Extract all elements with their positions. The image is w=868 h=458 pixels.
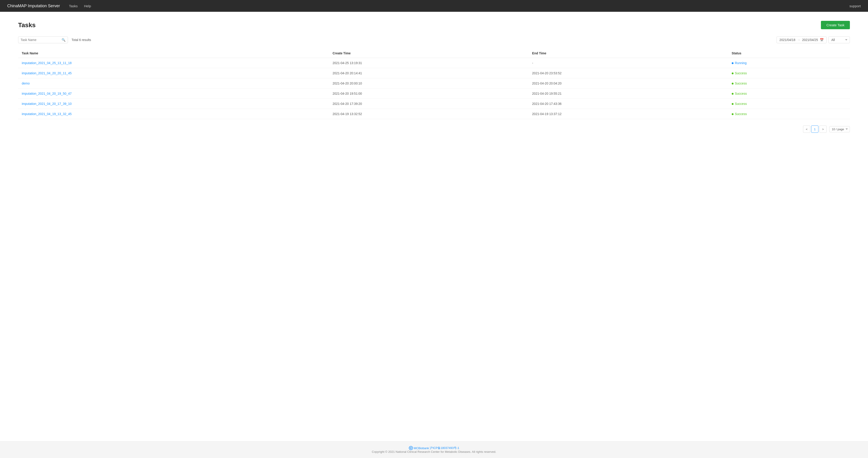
end-time-cell-3: 2021-04-20 19:55:21 xyxy=(528,89,728,99)
status-dot-3 xyxy=(732,93,734,95)
nav-help[interactable]: Help xyxy=(84,4,91,8)
search-input[interactable] xyxy=(21,38,61,42)
status-dot-5 xyxy=(732,113,734,115)
status-badge-1: Success xyxy=(732,71,747,75)
pagination-next-button[interactable]: > xyxy=(819,125,827,133)
page-size-select[interactable]: 10 / page 20 / page 50 / page xyxy=(829,126,850,132)
status-dot-2 xyxy=(732,83,734,85)
pagination-page-1-button[interactable]: 1 xyxy=(811,125,818,133)
end-time-cell-1: 2021-04-20 23:53:52 xyxy=(528,68,728,79)
main-content: Tasks Create Task 🔍 Total 6 results 2021… xyxy=(0,12,868,441)
nav-links: Tasks Help xyxy=(69,4,91,8)
status-badge-4: Success xyxy=(732,102,747,105)
tasks-table: Task Name Create Time End Time Status im… xyxy=(18,49,850,119)
status-dot-0 xyxy=(732,62,734,64)
date-arrow-icon: → xyxy=(797,38,800,42)
status-badge-5: Success xyxy=(732,112,747,116)
end-time-cell-4: 2021-04-20 17:43:36 xyxy=(528,99,728,109)
navbar: ChinaMAP Imputation Server Tasks Help su… xyxy=(0,0,868,12)
status-dot-4 xyxy=(732,103,734,105)
page-header: Tasks Create Task xyxy=(18,21,850,29)
table-row: imputation_2021_04_20_20_11_45 2021-04-2… xyxy=(18,68,850,79)
create-time-cell-0: 2021-04-25 13:19:31 xyxy=(329,58,528,68)
task-name-cell-3: imputation_2021_04_20_19_50_47 xyxy=(18,89,329,99)
task-name-cell-1: imputation_2021_04_20_20_11_45 xyxy=(18,68,329,79)
footer-icp-row: M MCBiobank 沪ICP备18037493号-1 xyxy=(4,446,864,450)
nav-support[interactable]: support xyxy=(849,4,861,8)
task-link-5[interactable]: imputation_2021_04_19_13_32_45 xyxy=(22,112,71,116)
create-task-button[interactable]: Create Task xyxy=(821,21,850,29)
create-time-cell-3: 2021-04-20 19:51:00 xyxy=(329,89,528,99)
calendar-icon: 📅 xyxy=(820,38,824,42)
status-cell-2: Success xyxy=(728,79,850,89)
col-status: Status xyxy=(728,49,850,58)
status-cell-5: Success xyxy=(728,109,850,119)
task-link-4[interactable]: imputation_2021_04_20_17_39_10 xyxy=(22,102,71,105)
total-results-label: Total 6 results xyxy=(71,38,91,42)
status-cell-0: Running xyxy=(728,58,850,68)
status-cell-3: Success xyxy=(728,89,850,99)
task-name-cell-2: demo xyxy=(18,79,329,89)
table-header-row: Task Name Create Time End Time Status xyxy=(18,49,850,58)
search-icon: 🔍 xyxy=(62,38,65,42)
table-row: imputation_2021_04_20_17_39_10 2021-04-2… xyxy=(18,99,850,109)
task-link-0[interactable]: imputation_2021_04_25_13_11_18 xyxy=(22,61,71,65)
footer: M MCBiobank 沪ICP备18037493号-1 Copyright ©… xyxy=(0,441,868,458)
task-name-cell-0: imputation_2021_04_25_13_11_18 xyxy=(18,58,329,68)
create-time-cell-2: 2021-04-20 20:00:10 xyxy=(329,79,528,89)
footer-logo-icon: M xyxy=(409,446,413,450)
date-range[interactable]: 2021/04/18 → 2021/04/25 📅 xyxy=(777,36,827,43)
col-create-time: Create Time xyxy=(329,49,528,58)
pagination-prev-button[interactable]: < xyxy=(803,125,810,133)
end-time-cell-0: - xyxy=(528,58,728,68)
task-link-3[interactable]: imputation_2021_04_20_19_50_47 xyxy=(22,92,71,95)
task-name-cell-4: imputation_2021_04_20_17_39_10 xyxy=(18,99,329,109)
footer-biobank: MCBiobank xyxy=(414,447,429,450)
date-to: 2021/04/25 xyxy=(802,38,818,42)
pagination-bar: < 1 > 10 / page 20 / page 50 / page xyxy=(18,125,850,133)
col-task-name: Task Name xyxy=(18,49,329,58)
end-time-cell-2: 2021-04-20 20:04:20 xyxy=(528,79,728,89)
status-badge-2: Success xyxy=(732,82,747,85)
table-body: imputation_2021_04_25_13_11_18 2021-04-2… xyxy=(18,58,850,119)
filter-right: 2021/04/18 → 2021/04/25 📅 All Running Su… xyxy=(777,36,850,43)
create-time-cell-5: 2021-04-19 13:32:52 xyxy=(329,109,528,119)
task-name-cell-5: imputation_2021_04_19_13_32_45 xyxy=(18,109,329,119)
page-title: Tasks xyxy=(18,22,35,29)
brand-title: ChinaMAP Imputation Server xyxy=(7,4,60,8)
table-row: imputation_2021_04_20_19_50_47 2021-04-2… xyxy=(18,89,850,99)
footer-icp-link[interactable]: 沪ICP备18037493号-1 xyxy=(430,446,459,450)
table-header: Task Name Create Time End Time Status xyxy=(18,49,850,58)
end-time-cell-5: 2021-04-19 13:37:12 xyxy=(528,109,728,119)
search-box: 🔍 xyxy=(18,36,68,43)
create-time-cell-4: 2021-04-20 17:39:20 xyxy=(329,99,528,109)
table-row: imputation_2021_04_19_13_32_45 2021-04-1… xyxy=(18,109,850,119)
task-link-2[interactable]: demo xyxy=(22,82,30,85)
create-time-cell-1: 2021-04-20 20:14:41 xyxy=(329,68,528,79)
table-row: imputation_2021_04_25_13_11_18 2021-04-2… xyxy=(18,58,850,68)
status-dot-1 xyxy=(732,72,734,74)
nav-tasks[interactable]: Tasks xyxy=(69,4,78,8)
table-row: demo 2021-04-20 20:00:10 2021-04-20 20:0… xyxy=(18,79,850,89)
task-link-1[interactable]: imputation_2021_04_20_20_11_45 xyxy=(22,71,71,75)
col-end-time: End Time xyxy=(528,49,728,58)
status-badge-0: Running xyxy=(732,61,747,65)
date-from: 2021/04/18 xyxy=(779,38,795,42)
filter-bar: 🔍 Total 6 results 2021/04/18 → 2021/04/2… xyxy=(18,36,850,43)
status-badge-3: Success xyxy=(732,92,747,95)
status-filter-select[interactable]: All Running Success Failed xyxy=(828,36,850,43)
footer-logo: M MCBiobank xyxy=(409,446,429,450)
footer-copyright: Copyright © 2021 National Clinical Resea… xyxy=(4,450,864,454)
status-cell-1: Success xyxy=(728,68,850,79)
status-cell-4: Success xyxy=(728,99,850,109)
